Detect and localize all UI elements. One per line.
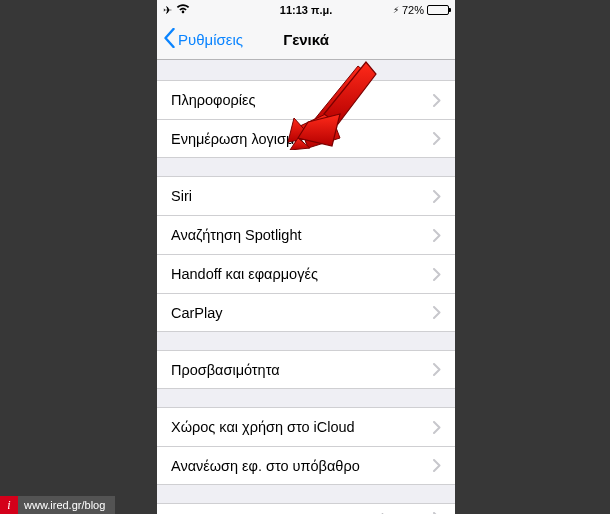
chevron-right-icon (433, 268, 441, 281)
watermark: i www.ired.gr/blog (0, 496, 115, 514)
wifi-icon (176, 4, 190, 16)
row-label: Siri (171, 188, 192, 204)
nav-bar: Ρυθμίσεις Γενικά (157, 20, 455, 60)
row-label: Handoff και εφαρμογές (171, 266, 318, 282)
charging-icon: ⚡︎ (393, 5, 399, 15)
row-label: Αναζήτηση Spotlight (171, 227, 302, 243)
phone-screen: ✈︎ 11:13 π.μ. ⚡︎ 72% Ρυθμίσεις Γενικά Πλ… (157, 0, 455, 514)
back-button[interactable]: Ρυθμίσεις (163, 28, 243, 51)
chevron-right-icon (433, 421, 441, 434)
battery-pct: 72% (402, 4, 424, 16)
row-software-update[interactable]: Ενημέρωση λογισμικού (157, 119, 455, 158)
chevron-left-icon (163, 28, 176, 51)
airplane-icon: ✈︎ (163, 4, 172, 17)
chevron-right-icon (433, 94, 441, 107)
row-label: Ανανέωση εφ. στο υπόβαθρο (171, 458, 360, 474)
section-storage: Χώρος και χρήση στο iCloud Ανανέωση εφ. … (157, 407, 455, 485)
chevron-right-icon (433, 190, 441, 203)
row-label: Ενημέρωση λογισμικού (171, 131, 321, 147)
section-info: Πληροφορίες Ενημέρωση λογισμικού (157, 80, 455, 158)
row-label: Πληροφορίες (171, 92, 256, 108)
status-bar: ✈︎ 11:13 π.μ. ⚡︎ 72% (157, 0, 455, 20)
row-autolock[interactable]: Αυτόματο κλείδωμα 1 λεπτό (157, 503, 455, 514)
section-accessibility: Προσβασιμότητα (157, 350, 455, 389)
row-background-refresh[interactable]: Ανανέωση εφ. στο υπόβαθρο (157, 446, 455, 485)
back-label: Ρυθμίσεις (178, 31, 243, 48)
watermark-text: www.ired.gr/blog (24, 499, 105, 511)
chevron-right-icon (433, 306, 441, 319)
row-label: CarPlay (171, 305, 223, 321)
row-handoff[interactable]: Handoff και εφαρμογές (157, 254, 455, 293)
section-features: Siri Αναζήτηση Spotlight Handoff και εφα… (157, 176, 455, 332)
battery-icon (427, 5, 449, 15)
row-about[interactable]: Πληροφορίες (157, 80, 455, 119)
watermark-badge: i (0, 496, 18, 514)
chevron-right-icon (433, 229, 441, 242)
row-label: Χώρος και χρήση στο iCloud (171, 419, 355, 435)
row-storage-icloud[interactable]: Χώρος και χρήση στο iCloud (157, 407, 455, 446)
section-autolock: Αυτόματο κλείδωμα 1 λεπτό (157, 503, 455, 514)
row-label: Προσβασιμότητα (171, 362, 280, 378)
chevron-right-icon (433, 459, 441, 472)
row-carplay[interactable]: CarPlay (157, 293, 455, 332)
row-spotlight[interactable]: Αναζήτηση Spotlight (157, 215, 455, 254)
row-siri[interactable]: Siri (157, 176, 455, 215)
chevron-right-icon (433, 132, 441, 145)
chevron-right-icon (433, 363, 441, 376)
row-accessibility[interactable]: Προσβασιμότητα (157, 350, 455, 389)
